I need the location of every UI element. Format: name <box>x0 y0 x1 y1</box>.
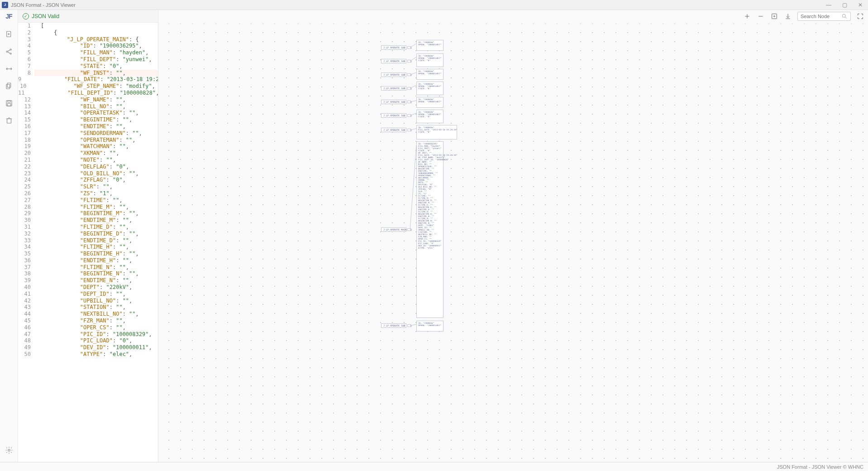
code-line[interactable]: 30 "ENDTIME_M": "", <box>18 217 158 224</box>
zoom-in-icon[interactable] <box>743 12 751 20</box>
maximize-button[interactable]: ▢ <box>842 2 847 8</box>
code-line[interactable]: 13 "BILL_NO": "", <box>18 103 158 110</box>
save-icon[interactable] <box>4 98 14 109</box>
fit-screen-icon[interactable] <box>770 12 778 20</box>
graph-data-node[interactable]: ID: "1900036" OPERA: "1900053457" STATE:… <box>416 82 444 95</box>
node-port[interactable] <box>407 101 411 103</box>
line-number: 27 <box>18 197 34 204</box>
graph-label-node[interactable]: J_LP_OPERATE_SUB {5} <box>381 113 406 118</box>
code-line[interactable]: 4 "ID": "1900036295", <box>18 43 158 49</box>
fullscreen-icon[interactable] <box>856 12 864 20</box>
trash-icon[interactable] <box>4 115 14 126</box>
node-port[interactable] <box>407 114 411 117</box>
code-line[interactable]: 6 "FILL_DEPT": "yunwei", <box>18 56 158 63</box>
code-line[interactable]: 49 "DEV_ID": "100000011", <box>18 344 158 351</box>
code-line[interactable]: 19 "WATCHMAN": "", <box>18 143 158 150</box>
code-line[interactable]: 9 "FILL_DATE": "2013-03-18 19:24:10", <box>18 76 158 83</box>
graph-data-node[interactable]: ID: "1900036" OPERA: "1900053457" <box>416 40 444 51</box>
code-line[interactable]: 8 "WF_INST": "", <box>18 70 158 77</box>
copy-icon[interactable] <box>4 81 14 91</box>
code-line[interactable]: 45 "FZR_MAN": "", <box>18 317 158 324</box>
graph-label-node[interactable]: J_LP_OPERATE_SUB {5} <box>381 323 406 328</box>
code-line[interactable]: 10 "WF_STEP_NAME": "modify", <box>18 83 158 90</box>
line-number: 25 <box>18 183 34 190</box>
search-input[interactable] <box>801 14 841 19</box>
code-line[interactable]: 50 "ATYPE": "elec", <box>18 351 158 358</box>
code-line[interactable]: 26 "ZS": "1", <box>18 190 158 197</box>
graph-data-node[interactable]: ID: "1900036" OPERA: "1900053457" <box>416 69 444 80</box>
code-line[interactable]: 47 "PIC_ID": "100008329", <box>18 331 158 338</box>
code-line[interactable]: 43 "STATION": "", <box>18 304 158 311</box>
code-line[interactable]: 17 "SENDORDERMAN": "", <box>18 130 158 137</box>
code-line[interactable]: 11 "FILL_DEPT_ID": "100000828", <box>18 90 158 96</box>
code-line[interactable]: 2 { <box>18 29 158 36</box>
code-line[interactable]: 14 "OPERATETASK": "", <box>18 110 158 116</box>
code-line[interactable]: 27 "FLTIME": "", <box>18 197 158 204</box>
code-line[interactable]: 36 "ENDTIME_H": "", <box>18 257 158 264</box>
code-editor[interactable]: 1[2 {3 "J_LP_OPERATE_MAIN": {4 "ID": "19… <box>18 23 158 462</box>
toggle-width-icon[interactable] <box>4 63 14 74</box>
code-line[interactable]: 42 "UPBILL_NO": "", <box>18 298 158 304</box>
node-port[interactable] <box>407 60 411 62</box>
code-text: "UPBILL_NO": "", <box>41 298 158 304</box>
graph-data-node[interactable]: ID: "1900036" OPERA: "1900053457" STATE:… <box>416 53 444 67</box>
graph-canvas[interactable]: J_LP_OPERATE_SUB {5}J_LP_OPERATE_SUB {5}… <box>158 24 868 462</box>
graph-label-node[interactable]: J_LP_OPERATE_MAIN {9} <box>381 227 406 232</box>
node-port[interactable] <box>407 324 411 327</box>
settings-icon[interactable] <box>4 445 14 456</box>
graph-label-node[interactable]: J_LP_OPERATE_SUB {5} <box>381 59 406 63</box>
graph-label-node[interactable]: J_LP_OPERATE_SUB {5} <box>381 72 406 77</box>
code-line[interactable]: 33 "ENDTIME_D": "", <box>18 237 158 244</box>
code-line[interactable]: 46 "OPER_CS": "", <box>18 324 158 331</box>
code-line[interactable]: 40 "DEPT": "220kV", <box>18 284 158 291</box>
code-line[interactable]: 38 "BEGINTIME_N": "", <box>18 270 158 277</box>
code-line[interactable]: 29 "BEGINTIME_M": "", <box>18 210 158 217</box>
code-line[interactable]: 3 "J_LP_OPERATE_MAIN": { <box>18 36 158 43</box>
node-port[interactable] <box>407 73 411 76</box>
code-line[interactable]: 15 "BEGINTIME": "", <box>18 116 158 123</box>
search-box[interactable] <box>797 12 851 21</box>
graph-label-node[interactable]: J_LP_OPERATE_SUB {5} <box>381 86 406 91</box>
code-line[interactable]: 20 "XKMAN": "", <box>18 150 158 157</box>
code-line[interactable]: 37 "FLTIME_N": "", <box>18 264 158 271</box>
code-line[interactable]: 41 "DEPT_ID": "", <box>18 291 158 298</box>
graph-data-node[interactable]: ID: "1900036" OPERA: "1900053457" STATE:… <box>416 110 444 123</box>
code-line[interactable]: 25 "SLR": "", <box>18 183 158 190</box>
code-line[interactable]: 23 "OLD_BILL_NO": "", <box>18 170 158 177</box>
search-icon[interactable] <box>841 13 848 19</box>
node-port[interactable] <box>407 87 411 90</box>
graph-data-node[interactable]: ID: "1900036" OPERA: "1900053457" <box>416 321 444 332</box>
code-line[interactable]: 39 "ENDTIME_N": "", <box>18 277 158 284</box>
code-line[interactable]: 31 "FLTIME_D": "", <box>18 224 158 231</box>
graph-label-node[interactable]: J_LP_OPERATE_SUB {5} <box>381 128 406 132</box>
graph-data-node[interactable]: ID: "1900036295" FILL_MAN: "hayden" FILL… <box>416 141 444 318</box>
code-line[interactable]: 7 "STATE": "0", <box>18 63 158 70</box>
code-line[interactable]: 44 "NEXTBILL_NO": "", <box>18 311 158 317</box>
code-line[interactable]: 21 "NOTE": "", <box>18 157 158 163</box>
download-icon[interactable] <box>784 12 792 20</box>
code-line[interactable]: 18 "OPERATEMAN": "", <box>18 137 158 144</box>
node-port[interactable] <box>407 228 411 231</box>
minimize-button[interactable]: — <box>826 2 831 8</box>
node-port[interactable] <box>407 46 411 49</box>
code-line[interactable]: 16 "ENDTIME": "", <box>18 123 158 130</box>
graph-label-node[interactable]: J_LP_OPERATE_SUB {5} <box>381 45 406 50</box>
node-port[interactable] <box>407 129 411 131</box>
code-line[interactable]: 35 "BEGINTIME_H": "", <box>18 250 158 257</box>
code-line[interactable]: 22 "DELFLAG": "0", <box>18 163 158 170</box>
share-icon[interactable] <box>4 46 14 57</box>
code-line[interactable]: 5 "FILL_MAN": "hayden", <box>18 49 158 56</box>
graph-label-node[interactable]: J_LP_OPERATE_SUB {5} <box>381 100 406 104</box>
code-line[interactable]: 48 "PIC_LOAD": "0", <box>18 337 158 344</box>
code-line[interactable]: 28 "FLTIME_M": "", <box>18 204 158 211</box>
graph-data-node[interactable]: ID: "1900036" FILL_DATE: "2013-03-18 19:… <box>416 125 457 139</box>
code-line[interactable]: 1[ <box>18 23 158 29</box>
code-line[interactable]: 24 "ZFFLAG": "0", <box>18 177 158 183</box>
close-button[interactable]: ✕ <box>858 2 863 8</box>
code-line[interactable]: 12 "WF_NAME": "", <box>18 96 158 103</box>
new-file-icon[interactable] <box>4 29 14 40</box>
code-line[interactable]: 32 "BEGINTIME_D": "", <box>18 231 158 237</box>
zoom-out-icon[interactable] <box>757 12 765 20</box>
code-line[interactable]: 34 "FLTIME_H": "", <box>18 244 158 250</box>
graph-data-node[interactable]: ID: "1900036" OPERA: "1900053457" <box>416 97 444 108</box>
